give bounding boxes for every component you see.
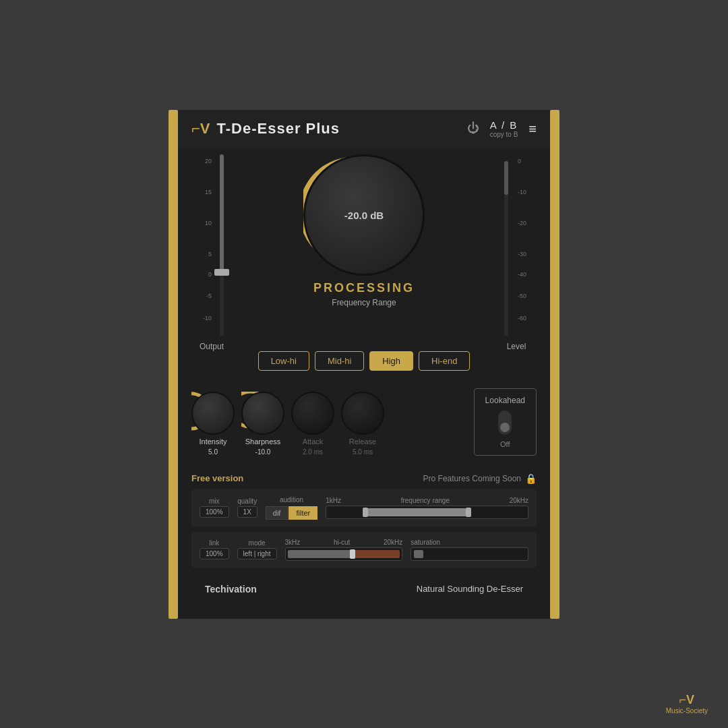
saturation-label: saturation [411,539,440,546]
link-value: 100% [200,548,229,559]
link-group: link 100% [200,539,229,559]
intensity-knob-body[interactable] [191,392,235,435]
freq-range-left-handle[interactable] [363,508,368,517]
slider-row-1: mix 100% quality 1X audition dif filter [200,496,528,520]
saturation-slider-group: saturation [411,539,528,561]
attack-value: 2.0 ms [303,448,323,456]
quality-label: quality [237,497,257,505]
lookahead-state-label: Off [500,440,510,448]
output-vu-fill [220,154,224,274]
level-scale: 0 -10 -20 -30 -40 -50 -60 [516,154,537,336]
mode-label: mode [249,539,266,547]
sharpness-knob[interactable] [241,392,284,435]
frequency-range-buttons: Low-hi Mid-hi High Hi-end [191,351,537,371]
ab-group: A / B copy to B [490,119,518,138]
sharpness-value: -10.0 [255,448,271,456]
level-meter-col: 0 -10 -20 -30 -40 -50 -60 Level [496,154,537,351]
watermark-logo: ⌐V [666,693,708,707]
hicut-slider-group: 3kHz hi-cut 20kHz [285,539,403,561]
ab-label[interactable]: A / B [490,119,518,131]
header-controls: ⏻ A / B copy to B ≡ [467,119,537,138]
scale-15: 15 [205,189,212,195]
scale-m5: -5 [206,293,212,299]
saturation-labels: saturation [411,539,528,546]
lookahead-toggle-thumb [500,423,510,432]
pro-sliders-row2: link 100% mode left | right 3kHz hi-cut … [191,532,537,568]
main-threshold-knob[interactable]: -20.0 dB [303,154,425,276]
pro-sliders-row1: mix 100% quality 1X audition dif filter [191,489,537,526]
sharpness-knob-group: Sharpness -10.0 [241,392,284,456]
hicut-fill-left [288,550,355,558]
level-scale-m20: -20 [518,220,526,226]
copy-to-b-label[interactable]: copy to B [490,131,518,138]
main-knob-value: -20.0 dB [344,209,384,220]
freq-btn-low-hi[interactable]: Low-hi [258,351,309,371]
intensity-knob[interactable] [191,392,235,435]
release-label: Release [349,437,376,446]
level-scale-m50: -50 [518,293,526,299]
watermark: ⌐V Music-Society [666,693,708,715]
freq-range-slider-track[interactable] [326,506,528,519]
level-scale-m10: -10 [518,189,526,195]
output-meter-track[interactable] [212,154,232,336]
saturation-slider-track[interactable] [411,547,528,561]
output-slider-thumb[interactable] [214,269,229,276]
sharpness-knob-body[interactable] [241,392,284,435]
mix-label: mix [209,497,220,505]
lookahead-box: Lookahead Off [474,388,537,456]
lookahead-toggle-track[interactable] [498,411,512,435]
menu-button[interactable]: ≡ [528,122,537,135]
freq-range-slider-group: 1kHz frequency range 20kHz [326,497,528,519]
saturation-fill [414,550,423,558]
techivation-logo-icon: ⌐V [191,121,210,136]
audition-dif-btn[interactable]: dif [266,506,289,520]
audition-filter-btn[interactable]: filter [289,506,317,520]
freq-low-label: 1kHz [326,497,341,504]
attack-knob-body [291,392,334,435]
mix-group: mix 100% [200,497,229,518]
output-label: Output [200,342,224,351]
company-name: Techivation [205,584,257,595]
logo-title-group: ⌐V T-De-Esser Plus [191,120,340,138]
output-meter-col: 20 15 10 5 0 -5 -10 [191,154,232,351]
header-bar: ⌐V T-De-Esser Plus ⏻ A / B copy to B ≡ [178,110,550,148]
level-scale-m30: -30 [518,251,526,257]
release-knob-group: Release 5.0 ms [341,392,384,456]
lookahead-toggle[interactable] [498,411,512,435]
output-scale: 20 15 10 5 0 -5 -10 [191,154,212,336]
mode-group: mode left | right [237,539,277,559]
hicut-labels: 3kHz hi-cut 20kHz [285,539,403,546]
level-scale-m60: -60 [518,315,526,321]
hicut-low-label: 3kHz [285,539,301,546]
lookahead-title: Lookahead [485,396,525,405]
release-knob [341,392,384,435]
freq-range-right-handle[interactable] [466,508,471,517]
freq-btn-hi-end[interactable]: Hi-end [419,351,470,371]
freq-btn-high[interactable]: High [369,351,413,371]
power-button[interactable]: ⏻ [467,121,479,135]
hicut-high-label: 20kHz [384,539,402,546]
center-knob-col: -20.0 dB PROCESSING Frequency Range [232,154,496,351]
attack-label: Attack [303,437,324,446]
free-version-label: Free version [191,473,243,483]
pro-features-label: Pro Features Coming Soon [423,474,521,483]
mix-value: 100% [200,506,229,518]
hicut-fill-right [353,550,400,558]
freq-range-fill [367,508,467,516]
watermark-text: Music-Society [666,707,708,715]
secondary-knobs-row: Intensity 5.0 Sharpness -10.0 [191,382,537,462]
main-content: 20 15 10 5 0 -5 -10 [178,148,550,619]
hicut-handle[interactable] [350,549,355,559]
freq-btn-mid-hi[interactable]: Mid-hi [315,351,364,371]
hicut-slider-track[interactable] [285,547,403,561]
quality-value: 1X [237,506,257,518]
hicut-center-label: hi-cut [334,539,350,546]
freq-high-label: 20kHz [510,497,528,504]
scale-20: 20 [205,158,212,164]
freq-range-center-label: frequency range [401,497,450,504]
attack-knob [291,392,334,435]
meter-knob-section: 20 15 10 5 0 -5 -10 [191,154,537,351]
lock-icon: 🔒 [525,473,537,484]
level-vu-fill [504,161,508,195]
link-label: link [209,539,219,547]
